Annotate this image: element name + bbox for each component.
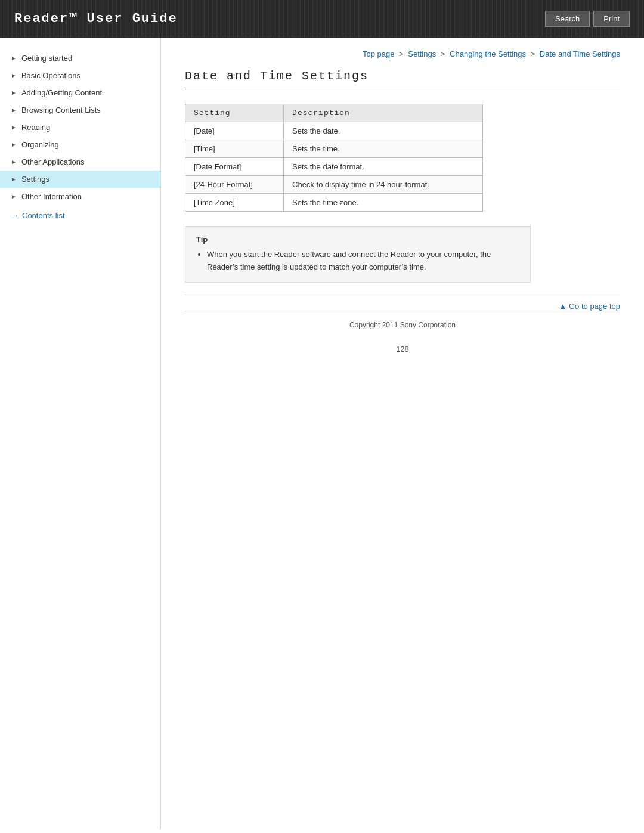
footer: Copyright 2011 Sony Corporation bbox=[185, 311, 620, 339]
breadcrumb-sep3: > bbox=[531, 49, 537, 58]
setting-cell: [24-Hour Format] bbox=[185, 176, 284, 194]
tip-box: Tip When you start the Reader software a… bbox=[185, 226, 531, 283]
print-button[interactable]: Print bbox=[593, 11, 630, 27]
arrow-right-icon: → bbox=[11, 211, 18, 220]
chevron-right-icon: ► bbox=[11, 176, 17, 182]
col-header-description: Description bbox=[284, 104, 483, 122]
page-title-wrapper: Date and Time Settings bbox=[185, 69, 620, 89]
breadcrumb-current[interactable]: Date and Time Settings bbox=[540, 49, 620, 58]
sidebar-item-reading[interactable]: ► Reading bbox=[0, 119, 160, 136]
setting-cell: [Time] bbox=[185, 140, 284, 158]
description-cell: Sets the time. bbox=[284, 140, 483, 158]
col-header-setting: Setting bbox=[185, 104, 284, 122]
sidebar-item-label: Basic Operations bbox=[21, 71, 80, 80]
chevron-right-icon: ► bbox=[11, 141, 17, 148]
page-top-section: ▲ Go to page top bbox=[185, 295, 620, 311]
go-to-top-link[interactable]: ▲ Go to page top bbox=[559, 302, 620, 311]
sidebar-item-settings[interactable]: ► Settings bbox=[0, 171, 160, 188]
breadcrumb-sep1: > bbox=[399, 49, 405, 58]
setting-cell: [Date Format] bbox=[185, 158, 284, 176]
breadcrumb-sep2: > bbox=[441, 49, 447, 58]
triangle-up-icon: ▲ bbox=[559, 302, 566, 311]
table-row: [24-Hour Format]Check to display time in… bbox=[185, 176, 483, 194]
sidebar-item-browsing-content[interactable]: ► Browsing Content Lists bbox=[0, 101, 160, 119]
sidebar-item-other-applications[interactable]: ► Other Applications bbox=[0, 153, 160, 171]
sidebar-item-adding-content[interactable]: ► Adding/Getting Content bbox=[0, 84, 160, 101]
setting-cell: [Date] bbox=[185, 122, 284, 140]
table-body: [Date]Sets the date.[Time]Sets the time.… bbox=[185, 122, 483, 212]
search-button[interactable]: Search bbox=[545, 11, 590, 27]
sidebar-item-label: Other Information bbox=[21, 192, 82, 201]
breadcrumb-changing[interactable]: Changing the Settings bbox=[450, 49, 526, 58]
chevron-right-icon: ► bbox=[11, 159, 17, 165]
sidebar-item-label: Adding/Getting Content bbox=[21, 88, 102, 97]
description-cell: Sets the date format. bbox=[284, 158, 483, 176]
table-row: [Date]Sets the date. bbox=[185, 122, 483, 140]
sidebar-item-label: Settings bbox=[21, 175, 49, 184]
main-content: Top page > Settings > Changing the Setti… bbox=[161, 38, 644, 829]
sidebar-item-label: Getting started bbox=[21, 54, 72, 63]
tip-label: Tip bbox=[196, 235, 519, 244]
breadcrumb-settings[interactable]: Settings bbox=[408, 49, 436, 58]
contents-link-label: Contents list bbox=[22, 211, 65, 220]
go-to-top-label: Go to page top bbox=[569, 302, 620, 311]
tip-content: When you start the Reader software and c… bbox=[196, 249, 519, 274]
chevron-right-icon: ► bbox=[11, 193, 17, 200]
breadcrumb: Top page > Settings > Changing the Setti… bbox=[185, 49, 620, 58]
chevron-right-icon: ► bbox=[11, 89, 17, 96]
sidebar: ► Getting started ► Basic Operations ► A… bbox=[0, 38, 161, 829]
description-cell: Sets the date. bbox=[284, 122, 483, 140]
setting-cell: [Time Zone] bbox=[185, 194, 284, 212]
table-row: [Date Format]Sets the date format. bbox=[185, 158, 483, 176]
settings-table: Setting Description [Date]Sets the date.… bbox=[185, 104, 483, 212]
table-row: [Time Zone]Sets the time zone. bbox=[185, 194, 483, 212]
header-buttons: Search Print bbox=[545, 11, 630, 27]
page-number: 128 bbox=[185, 339, 620, 366]
sidebar-item-label: Other Applications bbox=[21, 157, 85, 166]
sidebar-item-label: Organizing bbox=[21, 140, 59, 149]
chevron-right-icon: ► bbox=[11, 107, 17, 113]
chevron-right-icon: ► bbox=[11, 72, 17, 79]
sidebar-item-basic-operations[interactable]: ► Basic Operations bbox=[0, 67, 160, 84]
sidebar-item-other-information[interactable]: ► Other Information bbox=[0, 188, 160, 205]
header: Reader™ User Guide Search Print bbox=[0, 0, 644, 38]
table-row: [Time]Sets the time. bbox=[185, 140, 483, 158]
breadcrumb-top[interactable]: Top page bbox=[363, 49, 395, 58]
app-title: Reader™ User Guide bbox=[14, 11, 178, 26]
page-title: Date and Time Settings bbox=[185, 69, 620, 83]
tip-text: When you start the Reader software and c… bbox=[207, 249, 519, 274]
chevron-right-icon: ► bbox=[11, 55, 17, 61]
sidebar-item-label: Browsing Content Lists bbox=[21, 106, 101, 114]
sidebar-item-label: Reading bbox=[21, 123, 50, 132]
sidebar-item-getting-started[interactable]: ► Getting started bbox=[0, 49, 160, 67]
layout: ► Getting started ► Basic Operations ► A… bbox=[0, 38, 644, 829]
sidebar-item-organizing[interactable]: ► Organizing bbox=[0, 136, 160, 153]
description-cell: Sets the time zone. bbox=[284, 194, 483, 212]
chevron-right-icon: ► bbox=[11, 124, 17, 131]
description-cell: Check to display time in 24 hour-format. bbox=[284, 176, 483, 194]
contents-list-link[interactable]: → Contents list bbox=[0, 205, 160, 226]
copyright-text: Copyright 2011 Sony Corporation bbox=[349, 321, 456, 329]
